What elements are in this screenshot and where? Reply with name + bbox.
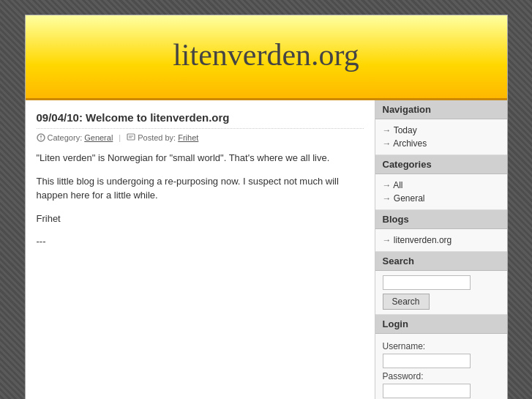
post-category: Category: General <box>37 133 113 142</box>
content-area: 09/04/10: Welcome to litenverden.org Cat… <box>26 100 375 399</box>
navigation-links: Today Archives <box>375 119 507 155</box>
meta-separator: | <box>119 133 121 142</box>
sidebar-navigation: Navigation Today Archives <box>375 100 507 155</box>
username-label: Username: <box>383 341 500 351</box>
blogs-title: Blogs <box>375 210 507 229</box>
login-content: Username: Password: <box>375 334 507 399</box>
search-content: Search <box>375 271 507 315</box>
search-input[interactable] <box>383 275 471 290</box>
site-title: litenverden.org <box>40 37 492 72</box>
blog-litenverden[interactable]: litenverden.org <box>383 234 500 247</box>
post-paragraph-1: "Liten verden" is Norwegian for "small w… <box>37 151 364 165</box>
login-title: Login <box>375 315 507 334</box>
post-paragraph-3: Frihet <box>37 212 364 226</box>
site-header: litenverden.org <box>26 15 507 100</box>
sidebar-search: Search Search <box>375 252 507 315</box>
password-label: Password: <box>383 371 500 381</box>
post-meta: Category: General | Posted by: Frihet <box>37 133 364 142</box>
blogs-links: litenverden.org <box>375 229 507 252</box>
page-wrapper: litenverden.org 09/04/10: Welcome to lit… <box>25 15 508 399</box>
main-layout: 09/04/10: Welcome to litenverden.org Cat… <box>26 100 507 399</box>
sidebar-categories: Categories All General <box>375 155 507 210</box>
sidebar-blogs: Blogs litenverden.org <box>375 210 507 252</box>
posted-by-value[interactable]: Frihet <box>178 133 198 142</box>
post-title: 09/04/10: Welcome to litenverden.org <box>37 111 364 129</box>
categories-links: All General <box>375 174 507 210</box>
category-icon <box>37 133 45 142</box>
post-body: "Liten verden" is Norwegian for "small w… <box>37 151 364 249</box>
post-paragraph-2: This little blog is undergoing a re-purp… <box>37 174 364 203</box>
navigation-title: Navigation <box>375 100 507 119</box>
categories-title: Categories <box>375 155 507 174</box>
author-icon <box>127 133 135 142</box>
sidebar-login: Login Username: Password: <box>375 315 507 399</box>
nav-archives[interactable]: Archives <box>383 137 500 150</box>
post-paragraph-4: --- <box>37 234 364 249</box>
sidebar: Navigation Today Archives Categories All… <box>375 100 507 399</box>
category-value[interactable]: General <box>84 133 113 142</box>
category-label: Category: <box>48 133 83 142</box>
cat-all[interactable]: All <box>383 179 500 192</box>
posted-by-label: Posted by: <box>138 133 176 142</box>
password-input[interactable] <box>383 384 471 398</box>
svg-point-2 <box>40 138 42 140</box>
post-author: Posted by: Frihet <box>127 133 198 142</box>
username-input[interactable] <box>383 354 471 368</box>
svg-rect-3 <box>127 134 135 140</box>
nav-today[interactable]: Today <box>383 124 500 137</box>
cat-general[interactable]: General <box>383 192 500 205</box>
search-button[interactable]: Search <box>383 294 430 310</box>
search-title: Search <box>375 252 507 271</box>
